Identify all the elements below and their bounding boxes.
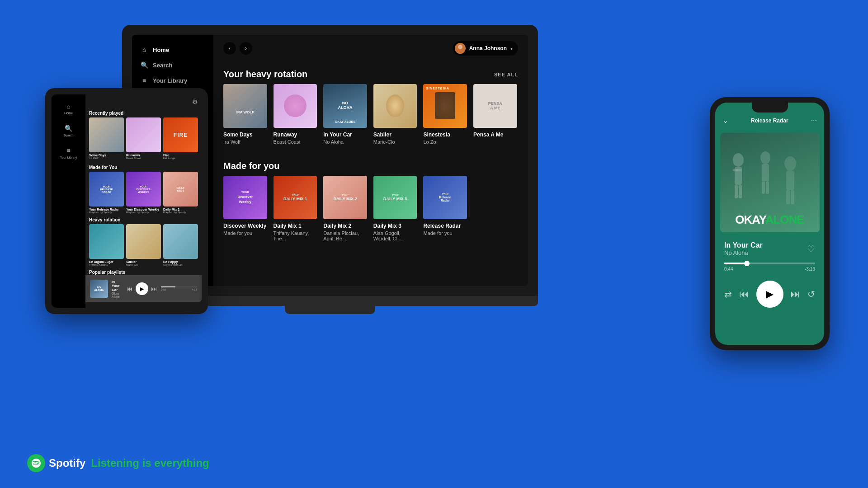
tablet-prev-button[interactable]: ⏮ xyxy=(127,285,133,292)
card-title: Daily Mix 3 xyxy=(373,223,417,229)
tablet-card-runaway[interactable]: Runaway Beast Coast xyxy=(126,117,161,160)
tablet-made-daily2[interactable]: DAILYMIX 2 Daily Mix 2 Playlist · by Spo… xyxy=(163,172,198,214)
card-art-discover: YOUR Discover Weekly xyxy=(223,176,267,220)
made-for-you-title: Made for you xyxy=(223,161,279,171)
card-art-in-your-car: NOALOHA OKAY ALONE xyxy=(323,84,367,128)
tablet-card-fire[interactable]: FIRE Fire Kid Indigo xyxy=(163,117,198,160)
see-all-button[interactable]: SEE ALL xyxy=(494,72,518,77)
card-subtitle: Daniela Picclau, April, Be... xyxy=(323,230,367,241)
card-title: Discover Weekly xyxy=(223,223,267,229)
card-some-days[interactable]: IRA WOLF Some Days Ira Wolf xyxy=(223,84,267,145)
phone-topbar: ⌄ Release Radar ··· xyxy=(715,113,824,128)
svg-rect-13 xyxy=(786,171,794,190)
tablet-time-total: 4:17 xyxy=(192,288,197,291)
search-icon: 🔍 xyxy=(65,125,72,132)
tablet-now-playing: NOALOHA In Your Car Okay Alone ⏮ ▶ ⏭ 2:5… xyxy=(85,275,202,302)
laptop-nav-home[interactable]: ⌂ Home xyxy=(132,42,213,57)
laptop-main: ‹ › Anna Johnson ▾ Your heavy rotation S… xyxy=(213,35,528,286)
spotify-icon xyxy=(27,454,45,472)
card-sinestesia[interactable]: SINESTESIA Sinestesia Lo Zo xyxy=(423,84,467,145)
card-art-some-days: IRA WOLF xyxy=(223,84,267,128)
tablet-heavy-3[interactable]: Be Happy Gene Everth-Zh xyxy=(163,224,198,266)
heart-icon[interactable]: ♡ xyxy=(807,244,815,254)
more-options-icon[interactable]: ··· xyxy=(811,117,817,125)
phone-album-art: OKAYALONE xyxy=(720,133,820,232)
laptop-nav-search[interactable]: 🔍 Search xyxy=(132,57,213,73)
tablet-made-discover[interactable]: YOURDISCOVERWEEKLY Your Discover Weekly … xyxy=(126,172,161,214)
tablet-play-button[interactable]: ▶ xyxy=(136,282,148,295)
tablet-next-button[interactable]: ⏭ xyxy=(151,285,157,292)
heavy-rotation-title: Your heavy rotation xyxy=(223,69,307,80)
search-icon: 🔍 xyxy=(140,61,148,69)
svg-point-2 xyxy=(733,153,744,167)
gear-icon[interactable]: ⚙ xyxy=(192,98,198,105)
home-icon: ⌂ xyxy=(140,46,148,54)
nav-arrows: ‹ › xyxy=(223,42,252,55)
play-pause-button[interactable]: ▶ xyxy=(756,281,783,308)
svg-point-0 xyxy=(458,45,462,49)
heavy-rotation-cards: IRA WOLF Some Days Ira Wolf Runaway Beas… xyxy=(213,84,528,154)
card-daily-mix-3[interactable]: YourDAILY MIX 3 Daily Mix 3 Alan Gogoll,… xyxy=(373,176,417,242)
chevron-down-icon[interactable]: ⌄ xyxy=(722,116,728,125)
tablet-art-discover-weekly: YOURDISCOVERWEEKLY xyxy=(126,172,161,206)
card-art-runaway xyxy=(274,84,317,128)
shuffle-button[interactable]: ⇄ xyxy=(724,289,732,300)
laptop-nav-library[interactable]: ≡ Your Library xyxy=(132,73,213,88)
tablet-heavy-art-3 xyxy=(163,224,198,259)
tablet-nav-home[interactable]: ⌂ Home xyxy=(52,100,85,117)
back-button[interactable]: ‹ xyxy=(223,42,236,55)
tablet-heavy-2[interactable]: Sablier Marie-Clo xyxy=(126,224,161,266)
svg-rect-9 xyxy=(762,164,769,181)
tablet-playing-title: In Your Car xyxy=(112,280,123,292)
card-release-radar[interactable]: YourReleaseRadar Release Radar Made for … xyxy=(423,176,467,242)
forward-button[interactable]: › xyxy=(240,42,252,55)
next-track-button[interactable]: ⏭ xyxy=(790,288,800,300)
phone-track-text: In Your Car No Aloha xyxy=(724,241,763,256)
card-art-sablier xyxy=(373,84,417,128)
tablet-nav-library[interactable]: ≡ Your Library xyxy=(52,144,85,162)
card-daily-mix-1[interactable]: YourDAILY MIX 1 Daily Mix 1 Thifany Kaua… xyxy=(274,176,317,242)
card-subtitle: Made for you xyxy=(423,230,467,236)
tagline: Listening is everything xyxy=(91,457,209,469)
card-art-sinestesia: SINESTESIA xyxy=(423,84,467,128)
phone-track-artist: No Aloha xyxy=(724,249,763,256)
card-title: Daily Mix 1 xyxy=(274,223,317,229)
spotify-logo: Spotify xyxy=(27,454,85,472)
phone-progress-dot xyxy=(744,261,750,266)
card-title: Runaway xyxy=(274,131,317,138)
card-title: Sinestesia xyxy=(423,131,467,138)
user-badge[interactable]: Anna Johnson ▾ xyxy=(453,41,518,56)
card-daily-mix-2[interactable]: YourDAILY MIX 2 Daily Mix 2 Daniela Picc… xyxy=(323,176,367,242)
repeat-button[interactable]: ↺ xyxy=(807,289,815,300)
card-art-daily2: YourDAILY MIX 2 xyxy=(323,176,367,220)
phone-screen: ⌄ Release Radar ··· xyxy=(715,103,824,345)
phone-notch xyxy=(752,103,788,113)
card-discover-weekly[interactable]: YOUR Discover Weekly Discover Weekly Mad… xyxy=(223,176,267,242)
avatar xyxy=(455,43,466,54)
tablet-art-daily2: DAILYMIX 2 xyxy=(163,172,198,206)
svg-rect-15 xyxy=(791,190,794,204)
user-name: Anna Johnson xyxy=(469,45,507,52)
phone-track-info: In Your Car No Aloha ♡ xyxy=(715,237,824,259)
tablet-made-release[interactable]: YOURRELEASERADAR Your Release Radar Play… xyxy=(89,172,124,214)
card-sablier[interactable]: Sablier Marie-Clo xyxy=(373,84,417,145)
card-in-your-car[interactable]: NOALOHA OKAY ALONE In Your Car No Aloha xyxy=(323,84,367,145)
tablet-card-some-days[interactable]: Some Days Ira Wolf xyxy=(89,117,124,160)
card-art-daily1: YourDAILY MIX 1 xyxy=(274,176,317,220)
tablet-art-runaway xyxy=(126,117,161,152)
tablet-playback-controls: ⏮ ▶ ⏭ xyxy=(127,282,157,295)
laptop-stand xyxy=(285,306,375,314)
card-pensa[interactable]: PENSAA ME Pensa A Me xyxy=(473,84,517,145)
card-title: Release Radar xyxy=(423,223,467,229)
phone-device: ⌄ Release Radar ··· xyxy=(710,97,830,350)
tablet-playing-art: NOALOHA xyxy=(90,280,108,298)
tablet-heavy-1[interactable]: En Algum Lugar Thifany Kauany xyxy=(89,224,124,266)
card-subtitle: Made for you xyxy=(223,230,267,236)
prev-track-button[interactable]: ⏮ xyxy=(739,288,749,300)
phone-times: 0:44 -3:13 xyxy=(724,267,815,272)
tablet-nav-search[interactable]: 🔍 Search xyxy=(52,122,85,140)
made-for-you-header: Made for you xyxy=(213,154,528,176)
phone-progress-bar[interactable] xyxy=(724,263,815,264)
card-runaway[interactable]: Runaway Beast Coast xyxy=(274,84,317,145)
card-subtitle: Alan Gogoll, Wardell, Cli... xyxy=(373,230,417,241)
